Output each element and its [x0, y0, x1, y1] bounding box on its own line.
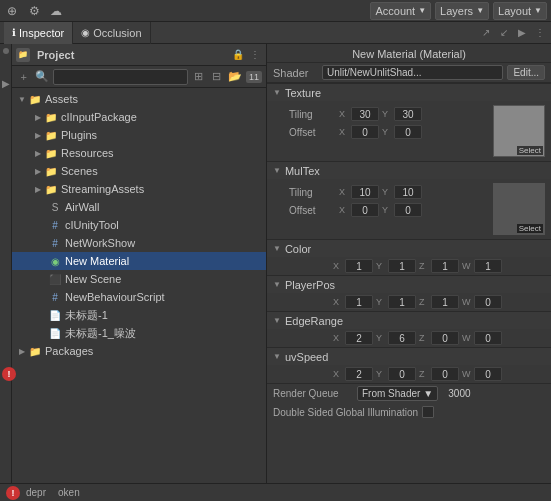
tree-item-assets[interactable]: ▼ 📁 Assets — [12, 90, 266, 108]
uvspeed-x[interactable] — [345, 367, 373, 381]
double-sided-checkbox[interactable] — [422, 406, 434, 418]
panel-more-icon[interactable]: ⋮ — [248, 48, 262, 62]
texture-select-btn[interactable]: Select — [517, 146, 543, 155]
tree-item-streamingassets[interactable]: ▶ 📁 StreamingAssets — [12, 180, 266, 198]
tree-item-newscene[interactable]: ⬛ New Scene — [12, 270, 266, 288]
color-z[interactable] — [431, 259, 459, 273]
play-icon[interactable]: ▶ — [515, 26, 529, 40]
playerpos-z[interactable] — [431, 295, 459, 309]
uvspeed-w-group: W — [462, 367, 502, 381]
add-icon[interactable]: + — [16, 69, 31, 85]
tree-item-newmaterial[interactable]: ◉ New Material — [12, 252, 266, 270]
tree-item-airwall[interactable]: S AirWall — [12, 198, 266, 216]
transform-icon[interactable]: ⊕ — [4, 3, 20, 19]
status-text-1: depr — [26, 487, 46, 498]
filter-icon[interactable]: ⊟ — [209, 69, 224, 85]
texture-area: Tiling X Y Off — [267, 101, 551, 161]
edgerange-section-header[interactable]: ▼ EdgeRange — [267, 311, 551, 329]
edgerange-arrow-icon: ▼ — [273, 316, 281, 325]
lock-icon[interactable]: 🔒 — [231, 48, 245, 62]
error-icon[interactable]: ! — [6, 486, 20, 500]
multex-offset-y[interactable] — [394, 203, 422, 217]
uvspeed-y[interactable] — [388, 367, 416, 381]
color-y[interactable] — [388, 259, 416, 273]
multex-tiling-y-group: Y — [382, 185, 422, 199]
color-section-header[interactable]: ▼ Color — [267, 239, 551, 257]
tree-item-plugins[interactable]: ▶ 📁 Plugins — [12, 126, 266, 144]
tree-item-scenes[interactable]: ▶ 📁 Scenes — [12, 162, 266, 180]
playerpos-y[interactable] — [388, 295, 416, 309]
settings-icon[interactable]: ⚙ — [26, 3, 42, 19]
tab-bar-right-icons: ↗ ↙ ▶ ⋮ — [479, 26, 547, 40]
tiling-label: Tiling — [289, 109, 339, 120]
search-input[interactable] — [53, 69, 188, 85]
file-tree: ▼ 📁 Assets ▶ 📁 cIInputPackage ▶ 📁 Plugin… — [12, 88, 266, 501]
texture-section-header[interactable]: ▼ Texture — [267, 83, 551, 101]
tree-item-untitled1[interactable]: 📄 未标题-1 — [12, 306, 266, 324]
tab-inspector[interactable]: ℹ Inspector — [4, 22, 73, 44]
double-sided-label: Double Sided Global Illumination — [273, 407, 418, 418]
texture-tiling-y[interactable] — [394, 107, 422, 121]
ciunity-icon: # — [48, 218, 62, 232]
tree-item-cinputpackage[interactable]: ▶ 📁 cIInputPackage — [12, 108, 266, 126]
playerpos-section-header[interactable]: ▼ PlayerPos — [267, 275, 551, 293]
multex-tiling-x[interactable] — [351, 185, 379, 199]
multex-section-header[interactable]: ▼ MulTex — [267, 161, 551, 179]
texture-offset-row: Offset X Y — [273, 123, 489, 141]
playerpos-w[interactable] — [474, 295, 502, 309]
edgerange-w-group: W — [462, 331, 502, 345]
layers-arrow: ▼ — [476, 6, 484, 15]
view-icon[interactable]: ⊞ — [191, 69, 206, 85]
account-dropdown[interactable]: Account ▼ — [370, 2, 431, 20]
folder-icon[interactable]: 📂 — [228, 69, 243, 85]
edgerange-z[interactable] — [431, 331, 459, 345]
error-indicator[interactable]: ! — [2, 367, 16, 381]
top-bar-icons: ⊕ ⚙ ☁ — [4, 3, 366, 19]
cloud-icon[interactable]: ☁ — [48, 3, 64, 19]
uvspeed-w[interactable] — [474, 367, 502, 381]
resources-folder-icon: 📁 — [44, 146, 58, 160]
tree-item-untitled1-noise[interactable]: 📄 未标题-1_噪波 — [12, 324, 266, 342]
multex-props: Tiling X Y Offset — [273, 183, 489, 235]
multex-arrow-icon: ▼ — [273, 166, 281, 175]
playerpos-section-title: PlayerPos — [285, 279, 335, 291]
playerpos-x[interactable] — [345, 295, 373, 309]
texture-offset-y[interactable] — [394, 125, 422, 139]
texture-tiling-x[interactable] — [351, 107, 379, 121]
tree-item-resources[interactable]: ▶ 📁 Resources — [12, 144, 266, 162]
playerpos-fields: X Y Z W — [333, 295, 545, 309]
packages-arrow-icon: ▶ — [16, 345, 28, 357]
uvspeed-z[interactable] — [431, 367, 459, 381]
tree-item-networkshow[interactable]: # NetWorkShow — [12, 234, 266, 252]
edgerange-x[interactable] — [345, 331, 373, 345]
newbehaviour-icon: # — [48, 290, 62, 304]
texture-offset-x[interactable] — [351, 125, 379, 139]
multex-select-btn[interactable]: Select — [517, 224, 543, 233]
more-icon[interactable]: ⋮ — [533, 26, 547, 40]
uvspeed-section-header[interactable]: ▼ uvSpeed — [267, 347, 551, 365]
multex-thumbnail: Select — [493, 183, 545, 235]
expand-icon[interactable]: ↗ — [479, 26, 493, 40]
color-w[interactable] — [474, 259, 502, 273]
layout-dropdown[interactable]: Layout ▼ — [493, 2, 547, 20]
collapse-icon[interactable]: ↙ — [497, 26, 511, 40]
newscene-icon: ⬛ — [48, 272, 62, 286]
multex-tiling-y[interactable] — [394, 185, 422, 199]
color-row: X Y Z W — [267, 257, 551, 275]
tab-occlusion[interactable]: ◉ Occlusion — [73, 22, 150, 44]
render-queue-dropdown[interactable]: From Shader ▼ — [357, 386, 438, 401]
project-panel-header: 📁 Project 🔒 ⋮ — [12, 44, 266, 66]
multex-offset-x[interactable] — [351, 203, 379, 217]
playerpos-x-group: X — [333, 295, 373, 309]
layers-dropdown[interactable]: Layers ▼ — [435, 2, 489, 20]
color-x[interactable] — [345, 259, 373, 273]
edgerange-w[interactable] — [474, 331, 502, 345]
left-sidebar: ▶ ! — [0, 44, 12, 501]
tree-item-ciunity[interactable]: # cIUnityTool — [12, 216, 266, 234]
assets-folder-icon: 📁 — [28, 92, 42, 106]
edit-button[interactable]: Edit... — [507, 65, 545, 80]
tree-item-packages[interactable]: ▶ 📁 Packages — [12, 342, 266, 360]
search-icon[interactable]: 🔍 — [34, 69, 49, 85]
tree-item-newbehaviour[interactable]: # NewBehaviourScript — [12, 288, 266, 306]
edgerange-y[interactable] — [388, 331, 416, 345]
